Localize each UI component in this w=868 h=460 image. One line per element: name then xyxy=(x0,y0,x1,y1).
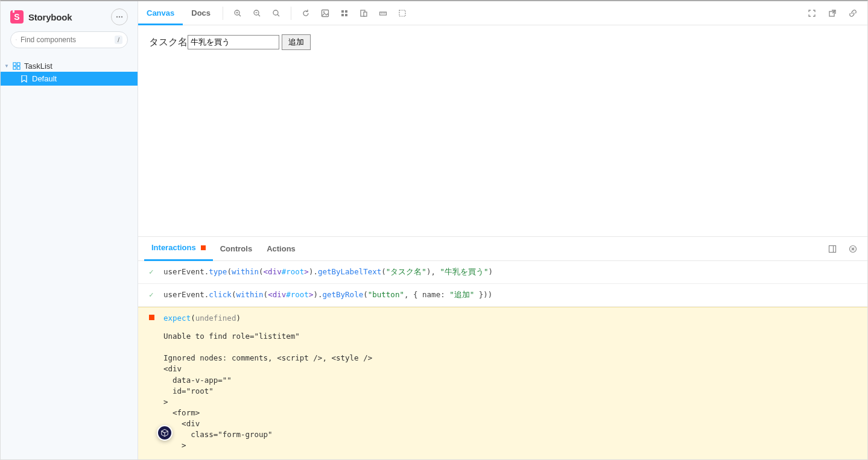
toolbar-icons-1 xyxy=(227,8,287,18)
svg-rect-18 xyxy=(322,10,329,16)
fullscreen-icon[interactable] xyxy=(807,8,817,18)
open-new-tab-icon[interactable] xyxy=(828,8,837,18)
task-form: タスク名 追加 xyxy=(149,34,857,50)
tree-group-label: TaskList xyxy=(24,61,52,71)
error-body: Unable to find role="listitem" Ignored n… xyxy=(163,331,858,451)
search-input-container[interactable]: / xyxy=(10,31,128,48)
toolbar-tabs: Canvas Docs xyxy=(138,1,219,25)
separator xyxy=(291,7,291,20)
log-line-1[interactable]: ✓userEvent.type(within(<div#root>).getBy… xyxy=(138,261,867,284)
main: Canvas Docs xyxy=(138,1,867,459)
svg-line-14 xyxy=(258,14,260,16)
svg-point-1 xyxy=(119,16,120,17)
svg-point-2 xyxy=(121,16,122,17)
zoom-reset-icon[interactable] xyxy=(271,8,281,18)
addons-tabs: Interactions Controls Actions xyxy=(138,237,867,261)
canvas-area: タスク名 追加 xyxy=(138,25,867,236)
svg-rect-33 xyxy=(829,245,836,252)
close-panel-icon[interactable] xyxy=(848,244,858,254)
svg-rect-6 xyxy=(17,63,20,66)
addon-tab-interactions[interactable]: Interactions xyxy=(144,237,213,261)
search-input[interactable] xyxy=(21,36,111,44)
cube-icon xyxy=(160,429,169,437)
svg-rect-23 xyxy=(345,14,347,16)
svg-line-17 xyxy=(277,14,279,16)
svg-rect-30 xyxy=(399,10,405,16)
search-icon xyxy=(16,36,17,43)
svg-rect-25 xyxy=(364,12,367,16)
svg-rect-22 xyxy=(341,14,344,16)
svg-rect-7 xyxy=(13,66,16,69)
zoom-in-icon[interactable] xyxy=(233,8,242,18)
viewport-icon[interactable] xyxy=(359,8,369,18)
svg-point-19 xyxy=(323,11,325,12)
tree-group-tasklist[interactable]: ▼ TaskList xyxy=(1,60,138,72)
svg-point-3 xyxy=(16,39,16,40)
addon-tab-controls[interactable]: Controls xyxy=(213,237,259,261)
svg-rect-20 xyxy=(341,10,344,13)
link-icon[interactable] xyxy=(848,8,858,18)
tab-docs[interactable]: Docs xyxy=(183,1,219,25)
error-icon xyxy=(149,315,154,320)
svg-point-16 xyxy=(273,10,278,15)
component-icon xyxy=(13,62,21,70)
status-fail-icon xyxy=(201,245,206,250)
addons-panel: Interactions Controls Actions ✓userEvent… xyxy=(138,236,867,459)
search-kbd: / xyxy=(115,36,122,44)
brand[interactable]: S Storybook xyxy=(10,10,72,24)
panel-position-icon[interactable] xyxy=(828,244,837,254)
separator xyxy=(223,7,223,20)
grid-icon[interactable] xyxy=(340,8,349,18)
error-heading: expect(undefined) xyxy=(163,313,858,323)
task-label: タスク名 xyxy=(149,36,188,49)
svg-rect-21 xyxy=(345,10,347,13)
add-button[interactable]: 追加 xyxy=(282,34,311,50)
addon-tab-actions[interactable]: Actions xyxy=(259,237,303,261)
check-icon: ✓ xyxy=(149,290,154,299)
sidebar: S Storybook / ▼ TaskList xyxy=(1,1,138,459)
tree-story-default[interactable]: Default xyxy=(1,72,138,86)
toolbar-right xyxy=(807,8,867,18)
addons-right-icons xyxy=(828,244,861,254)
svg-rect-8 xyxy=(17,66,20,69)
svg-point-0 xyxy=(116,16,118,17)
search-wrap: / xyxy=(1,31,138,58)
svg-line-10 xyxy=(239,14,241,16)
error-block: expect(undefined) Unable to find role="l… xyxy=(138,307,867,459)
sidebar-header: S Storybook xyxy=(1,1,138,31)
addon-tab-label: Interactions xyxy=(151,236,196,260)
outline-icon[interactable] xyxy=(398,8,407,18)
refresh-icon[interactable] xyxy=(301,8,311,18)
check-icon: ✓ xyxy=(149,267,154,276)
bookmark-icon xyxy=(21,75,27,83)
zoom-out-icon[interactable] xyxy=(252,8,262,18)
svg-rect-5 xyxy=(13,63,16,66)
floating-badge[interactable] xyxy=(157,425,173,441)
tree-story-label: Default xyxy=(32,74,57,83)
interactions-log: ✓userEvent.type(within(<div#root>).getBy… xyxy=(138,261,867,459)
chevron-down-icon: ▼ xyxy=(4,63,9,69)
brand-name: Storybook xyxy=(28,12,72,22)
toolbar: Canvas Docs xyxy=(138,1,867,25)
storybook-logo-icon: S xyxy=(10,10,24,24)
tab-canvas[interactable]: Canvas xyxy=(138,1,183,25)
task-input[interactable] xyxy=(188,35,279,49)
ellipsis-icon xyxy=(115,13,124,21)
component-tree: ▼ TaskList Default xyxy=(1,58,138,86)
background-icon[interactable] xyxy=(320,8,330,18)
measure-icon[interactable] xyxy=(378,8,388,18)
log-line-2[interactable]: ✓userEvent.click(within(<div#root>).getB… xyxy=(138,284,867,307)
menu-button[interactable] xyxy=(111,8,128,25)
toolbar-icons-2 xyxy=(295,8,413,18)
